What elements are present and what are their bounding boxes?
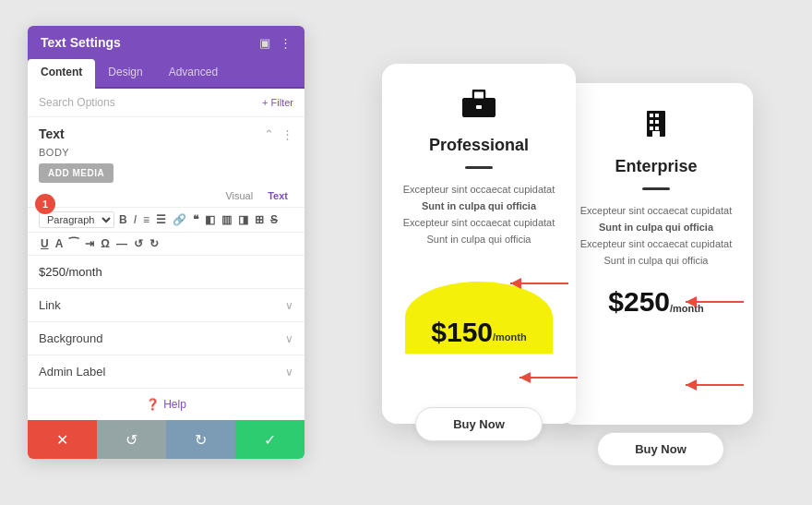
hr-icon[interactable]: — bbox=[114, 236, 129, 251]
svg-rect-6 bbox=[650, 114, 653, 117]
svg-rect-8 bbox=[650, 120, 653, 124]
arrow-professional-price bbox=[515, 369, 579, 386]
underline-icon[interactable]: U bbox=[39, 236, 51, 251]
background-section[interactable]: Background ∨ bbox=[28, 321, 304, 355]
link-section[interactable]: Link ∨ bbox=[28, 288, 304, 321]
cards-area: Professional Excepteur sint occaecat cup… bbox=[323, 0, 812, 505]
redo-fmt-icon[interactable]: ↻ bbox=[148, 236, 161, 251]
arrow-professional-feature bbox=[506, 275, 570, 292]
undo-button[interactable]: ↺ bbox=[97, 420, 166, 459]
link-label: Link bbox=[39, 298, 61, 312]
tab-design[interactable]: Design bbox=[95, 59, 155, 87]
undo-fmt-icon[interactable]: ↺ bbox=[132, 236, 145, 251]
svg-rect-10 bbox=[650, 126, 653, 130]
help-section: ❓ Help bbox=[28, 388, 304, 420]
professional-price: $150 bbox=[431, 317, 493, 348]
arrow-enterprise-feature bbox=[681, 294, 746, 310]
svg-rect-9 bbox=[655, 120, 659, 124]
panel-tabs: Content Design Advanced bbox=[28, 59, 304, 89]
ent-feature-1: Excepteur sint occaecat cupidatat bbox=[578, 205, 734, 216]
format-toolbar-row1: Paragraph B I ≡ ☰ 🔗 ❝ ◧ ▥ ◨ ⊞ S bbox=[28, 207, 304, 233]
svg-rect-3 bbox=[473, 91, 484, 100]
prof-feature-1: Excepteur sint occaecat cupidatat bbox=[400, 184, 557, 195]
svg-rect-11 bbox=[655, 126, 659, 130]
professional-features: Excepteur sint occaecat cupidatat Sunt i… bbox=[400, 184, 557, 245]
svg-rect-4 bbox=[476, 105, 482, 109]
italic-icon[interactable]: I bbox=[132, 212, 138, 227]
table-icon[interactable]: ⊞ bbox=[253, 212, 266, 227]
enterprise-price: $250 bbox=[608, 286, 670, 318]
filter-button[interactable]: + Filter bbox=[262, 97, 293, 108]
enterprise-card-name: Enterprise bbox=[615, 157, 697, 176]
prof-feature-2: Sunt in culpa qui officia bbox=[400, 200, 557, 211]
dropcap-icon[interactable]: ⁀ bbox=[67, 236, 80, 251]
text-mode[interactable]: Text bbox=[262, 188, 293, 203]
quote-icon[interactable]: ❝ bbox=[191, 212, 200, 227]
minimize-icon[interactable]: ▣ bbox=[259, 36, 270, 50]
expand-icon[interactable]: ⌃ bbox=[264, 127, 274, 141]
ent-feature-3: Excepteur sint occaecat cupidatat bbox=[578, 238, 734, 249]
bullet-list-icon[interactable]: ≡ bbox=[141, 212, 151, 227]
search-placeholder: Search Options bbox=[39, 96, 115, 109]
admin-label-label: Admin Label bbox=[39, 365, 105, 379]
section-more-icon[interactable]: ⋮ bbox=[281, 127, 293, 141]
help-link[interactable]: ❓ Help bbox=[39, 398, 293, 411]
ent-feature-4: Sunt in culpa qui officia bbox=[578, 255, 734, 266]
editor-toolbar-mode: Visual Text bbox=[28, 188, 304, 207]
special-char-icon[interactable]: Ω bbox=[99, 236, 112, 251]
link-chevron: ∨ bbox=[285, 299, 293, 312]
panel-title: Text Settings bbox=[41, 35, 121, 50]
align-center-icon[interactable]: ▥ bbox=[220, 212, 233, 227]
section-title: Text bbox=[39, 126, 65, 141]
link-icon[interactable]: 🔗 bbox=[171, 212, 188, 227]
enterprise-icon bbox=[641, 109, 671, 146]
redo-button[interactable]: ↻ bbox=[166, 420, 235, 459]
add-media-button[interactable]: ADD MEDIA bbox=[39, 163, 113, 183]
professional-divider bbox=[465, 166, 493, 169]
professional-buy-button[interactable]: Buy Now bbox=[415, 407, 543, 441]
align-right-icon[interactable]: ◨ bbox=[236, 212, 250, 227]
numbered-list-icon[interactable]: ☰ bbox=[154, 212, 168, 227]
professional-icon bbox=[462, 90, 496, 125]
background-chevron: ∨ bbox=[285, 332, 293, 345]
svg-rect-7 bbox=[655, 114, 659, 117]
more-icon[interactable]: ⋮ bbox=[280, 36, 292, 50]
save-button[interactable]: ✓ bbox=[235, 420, 304, 459]
professional-period: /month bbox=[493, 331, 527, 343]
svg-rect-12 bbox=[652, 131, 660, 137]
enterprise-features: Excepteur sint occaecat cupidatat Sunt i… bbox=[578, 205, 734, 266]
section-header: Text ⌃ ⋮ bbox=[28, 117, 304, 145]
font-color-icon[interactable]: A bbox=[54, 236, 66, 251]
bold-icon[interactable]: B bbox=[117, 212, 129, 227]
indent-icon[interactable]: ⇥ bbox=[83, 236, 96, 251]
align-left-icon[interactable]: ◧ bbox=[203, 212, 217, 227]
strike-icon[interactable]: S bbox=[269, 212, 280, 227]
search-bar: Search Options + Filter bbox=[28, 89, 304, 117]
step-badge: 1 bbox=[35, 194, 55, 214]
enterprise-buy-button[interactable]: Buy Now bbox=[597, 432, 724, 466]
panel-header: Text Settings ▣ ⋮ bbox=[28, 26, 304, 59]
tab-content[interactable]: Content bbox=[28, 59, 95, 89]
enterprise-card: Enterprise Excepteur sint occaecat cupid… bbox=[559, 83, 753, 425]
arrow-enterprise-price bbox=[681, 377, 746, 393]
tab-advanced[interactable]: Advanced bbox=[156, 59, 231, 87]
format-toolbar-row2: U A ⁀ ⇥ Ω — ↺ ↻ bbox=[28, 233, 304, 256]
panel-footer: ✕ ↺ ↻ ✓ bbox=[28, 420, 304, 459]
body-label: Body bbox=[28, 145, 304, 163]
text-content[interactable]: $250/month bbox=[28, 256, 304, 288]
admin-chevron: ∨ bbox=[285, 366, 293, 379]
settings-panel: Text Settings ▣ ⋮ Content Design Advance… bbox=[28, 26, 304, 459]
background-label: Background bbox=[39, 331, 102, 345]
prof-feature-3: Excepteur sint occaecat cupidatat bbox=[400, 217, 557, 228]
help-label: Help bbox=[163, 398, 186, 411]
admin-label-section[interactable]: Admin Label ∨ bbox=[28, 355, 304, 388]
panel-header-icons: ▣ ⋮ bbox=[259, 36, 292, 50]
cancel-button[interactable]: ✕ bbox=[28, 420, 97, 459]
ent-feature-2: Sunt in culpa qui officia bbox=[578, 222, 734, 233]
visual-mode[interactable]: Visual bbox=[220, 188, 258, 203]
professional-card-name: Professional bbox=[429, 136, 529, 155]
prof-feature-4: Sunt in culpa qui officia bbox=[400, 234, 557, 245]
section-actions: ⌃ ⋮ bbox=[264, 127, 293, 141]
help-icon: ❓ bbox=[146, 398, 160, 411]
format-select[interactable]: Paragraph bbox=[39, 211, 114, 228]
